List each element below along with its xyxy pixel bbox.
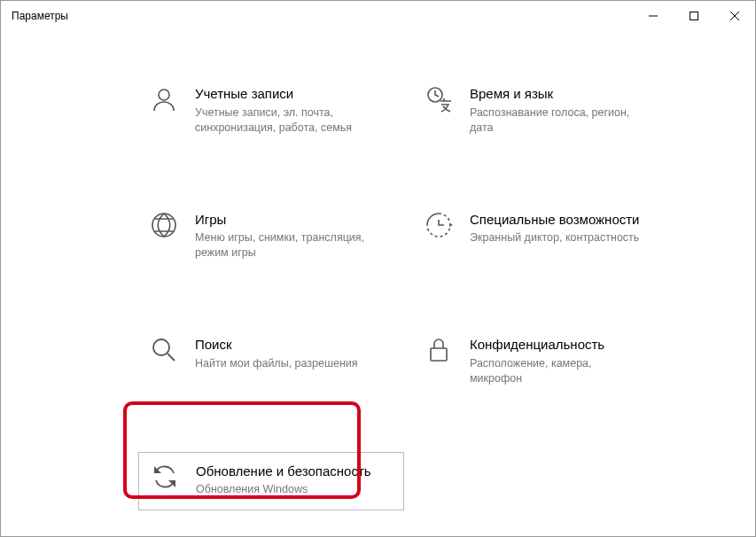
- search-icon: [149, 335, 179, 365]
- tile-desc: Меню игры, снимки, трансляция, режим игр…: [195, 230, 372, 261]
- tile-title: Время и язык: [470, 86, 647, 103]
- tile-privacy[interactable]: Конфиденциальность Расположение, камера,…: [413, 326, 679, 399]
- tile-desc: Найти мои файлы, разрешения: [195, 356, 358, 371]
- window-controls: [633, 1, 755, 31]
- svg-line-9: [168, 354, 175, 361]
- titlebar: Параметры: [1, 1, 755, 31]
- tile-title: Конфиденциальность: [470, 337, 647, 354]
- privacy-icon: [424, 335, 454, 365]
- tile-desc: Расположение, камера, микрофон: [470, 356, 647, 386]
- svg-point-6: [152, 214, 175, 237]
- highlight-annotation: [123, 401, 361, 499]
- svg-point-4: [159, 90, 169, 100]
- tile-time-language[interactable]: Время и язык Распознавание голоса, регио…: [413, 75, 679, 148]
- time-language-icon: [424, 84, 454, 114]
- gaming-icon: [149, 210, 179, 240]
- tile-text: Учетные записи Учетные записи, эл. почта…: [195, 84, 372, 136]
- tile-text: Игры Меню игры, снимки, трансляция, режи…: [195, 210, 372, 261]
- svg-point-8: [153, 339, 169, 355]
- tile-accounts[interactable]: Учетные записи Учетные записи, эл. почта…: [138, 75, 404, 148]
- tile-text: Специальные возможности Экранный диктор,…: [470, 210, 640, 246]
- tile-desc: Экранный диктор, контрастность: [470, 230, 640, 245]
- tile-title: Игры: [195, 212, 372, 229]
- tile-text: Поиск Найти мои файлы, разрешения: [195, 335, 358, 371]
- minimize-icon: [649, 12, 658, 20]
- tile-desc: Учетные записи, эл. почта, синхронизация…: [195, 105, 372, 136]
- svg-rect-10: [431, 348, 447, 361]
- tile-text: Время и язык Распознавание голоса, регио…: [470, 84, 647, 136]
- tile-text: Конфиденциальность Расположение, камера,…: [470, 335, 647, 386]
- tile-accessibility[interactable]: Специальные возможности Экранный диктор,…: [413, 201, 679, 274]
- window-title: Параметры: [12, 10, 68, 22]
- tile-title: Поиск: [195, 337, 358, 354]
- accessibility-icon: [424, 210, 454, 240]
- tile-search[interactable]: Поиск Найти мои файлы, разрешения: [138, 326, 404, 399]
- svg-marker-7: [449, 223, 453, 227]
- tile-gaming[interactable]: Игры Меню игры, снимки, трансляция, режи…: [138, 201, 404, 274]
- accounts-icon: [149, 84, 179, 114]
- tile-title: Учетные записи: [195, 86, 372, 103]
- close-button[interactable]: [714, 1, 755, 31]
- maximize-icon: [690, 12, 698, 20]
- tile-desc: Распознавание голоса, регион, дата: [470, 105, 647, 136]
- minimize-button[interactable]: [633, 1, 674, 31]
- close-icon: [730, 12, 739, 20]
- settings-grid: Учетные записи Учетные записи, эл. почта…: [1, 31, 755, 510]
- maximize-button[interactable]: [674, 1, 714, 31]
- tile-title: Специальные возможности: [470, 212, 640, 229]
- svg-rect-1: [690, 12, 698, 20]
